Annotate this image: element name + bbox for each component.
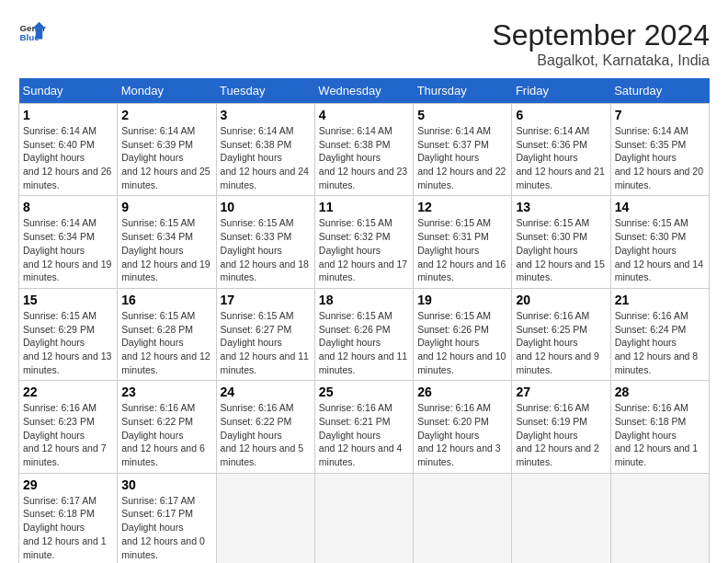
calendar-cell: 5 Sunrise: 6:14 AMSunset: 6:37 PMDayligh… — [414, 104, 512, 196]
day-detail: Sunrise: 6:14 AMSunset: 6:38 PMDaylight … — [319, 125, 407, 190]
day-detail: Sunrise: 6:17 AMSunset: 6:18 PMDaylight … — [23, 495, 107, 560]
calendar-cell: 11 Sunrise: 6:15 AMSunset: 6:32 PMDaylig… — [314, 196, 413, 288]
calendar-cell: 7 Sunrise: 6:14 AMSunset: 6:35 PMDayligh… — [610, 104, 709, 196]
calendar-cell: 8 Sunrise: 6:14 AMSunset: 6:34 PMDayligh… — [19, 196, 118, 288]
day-number: 2 — [121, 108, 211, 122]
day-detail: Sunrise: 6:17 AMSunset: 6:17 PMDaylight … — [121, 495, 205, 560]
day-detail: Sunrise: 6:15 AMSunset: 6:28 PMDaylight … — [121, 310, 210, 375]
day-number: 3 — [221, 108, 311, 122]
day-detail: Sunrise: 6:15 AMSunset: 6:29 PMDaylight … — [23, 310, 111, 375]
day-number: 1 — [23, 108, 113, 122]
logo: General Blue — [18, 18, 46, 46]
day-number: 6 — [516, 108, 606, 122]
calendar-cell: 14 Sunrise: 6:15 AMSunset: 6:30 PMDaylig… — [610, 196, 709, 288]
calendar-cell: 27 Sunrise: 6:16 AMSunset: 6:19 PMDaylig… — [512, 381, 610, 473]
calendar-cell: 12 Sunrise: 6:15 AMSunset: 6:31 PMDaylig… — [414, 196, 512, 288]
calendar-cell: 30 Sunrise: 6:17 AMSunset: 6:17 PMDaylig… — [118, 473, 216, 563]
calendar-cell: 10 Sunrise: 6:15 AMSunset: 6:33 PMDaylig… — [216, 196, 314, 288]
calendar-cell: 26 Sunrise: 6:16 AMSunset: 6:20 PMDaylig… — [414, 381, 512, 473]
location-title: Bagalkot, Karnataka, India — [492, 52, 710, 69]
day-detail: Sunrise: 6:14 AMSunset: 6:40 PMDaylight … — [23, 125, 111, 190]
weekday-wednesday: Wednesday — [314, 78, 413, 104]
day-detail: Sunrise: 6:16 AMSunset: 6:20 PMDaylight … — [417, 402, 501, 467]
day-number: 9 — [121, 200, 211, 214]
calendar-body: 1 Sunrise: 6:14 AMSunset: 6:40 PMDayligh… — [19, 104, 710, 564]
calendar-cell: 3 Sunrise: 6:14 AMSunset: 6:38 PMDayligh… — [216, 104, 314, 196]
calendar-week-3: 15 Sunrise: 6:15 AMSunset: 6:29 PMDaylig… — [19, 288, 710, 380]
day-detail: Sunrise: 6:14 AMSunset: 6:35 PMDaylight … — [615, 125, 703, 190]
calendar-cell: 21 Sunrise: 6:16 AMSunset: 6:24 PMDaylig… — [610, 288, 709, 380]
calendar-cell: 16 Sunrise: 6:15 AMSunset: 6:28 PMDaylig… — [118, 288, 216, 380]
calendar-cell: 19 Sunrise: 6:15 AMSunset: 6:26 PMDaylig… — [414, 288, 512, 380]
calendar-cell: 24 Sunrise: 6:16 AMSunset: 6:22 PMDaylig… — [216, 381, 314, 473]
day-number: 4 — [319, 108, 409, 122]
day-number: 29 — [23, 477, 113, 492]
day-detail: Sunrise: 6:16 AMSunset: 6:22 PMDaylight … — [221, 402, 304, 467]
day-number: 11 — [319, 200, 409, 214]
day-detail: Sunrise: 6:14 AMSunset: 6:36 PMDaylight … — [516, 125, 604, 190]
calendar-cell: 18 Sunrise: 6:15 AMSunset: 6:26 PMDaylig… — [314, 288, 413, 380]
day-detail: Sunrise: 6:14 AMSunset: 6:38 PMDaylight … — [221, 125, 309, 190]
weekday-sunday: Sunday — [19, 78, 118, 104]
day-number: 8 — [23, 200, 113, 214]
calendar-cell: 2 Sunrise: 6:14 AMSunset: 6:39 PMDayligh… — [118, 104, 216, 196]
day-detail: Sunrise: 6:15 AMSunset: 6:27 PMDaylight … — [221, 310, 309, 375]
day-number: 20 — [516, 293, 606, 307]
calendar-cell: 15 Sunrise: 6:15 AMSunset: 6:29 PMDaylig… — [19, 288, 118, 380]
day-number: 15 — [23, 293, 113, 307]
day-number: 30 — [121, 477, 211, 492]
calendar-cell: 22 Sunrise: 6:16 AMSunset: 6:23 PMDaylig… — [19, 381, 118, 473]
calendar-cell: 9 Sunrise: 6:15 AMSunset: 6:34 PMDayligh… — [118, 196, 216, 288]
calendar-table: SundayMondayTuesdayWednesdayThursdayFrid… — [18, 78, 710, 563]
calendar-week-5: 29 Sunrise: 6:17 AMSunset: 6:18 PMDaylig… — [19, 473, 710, 563]
calendar-cell: 1 Sunrise: 6:14 AMSunset: 6:40 PMDayligh… — [19, 104, 118, 196]
calendar-week-1: 1 Sunrise: 6:14 AMSunset: 6:40 PMDayligh… — [19, 104, 710, 196]
weekday-monday: Monday — [118, 78, 216, 104]
day-number: 16 — [121, 293, 211, 307]
calendar-cell: 6 Sunrise: 6:14 AMSunset: 6:36 PMDayligh… — [512, 104, 610, 196]
calendar-cell — [512, 473, 610, 563]
day-detail: Sunrise: 6:16 AMSunset: 6:19 PMDaylight … — [516, 402, 599, 467]
day-number: 18 — [319, 293, 409, 307]
day-detail: Sunrise: 6:14 AMSunset: 6:37 PMDaylight … — [417, 125, 506, 190]
day-detail: Sunrise: 6:15 AMSunset: 6:32 PMDaylight … — [319, 217, 407, 282]
day-detail: Sunrise: 6:16 AMSunset: 6:25 PMDaylight … — [516, 310, 599, 375]
day-number: 25 — [319, 385, 409, 399]
calendar-cell — [610, 473, 709, 563]
day-number: 19 — [417, 293, 507, 307]
day-detail: Sunrise: 6:15 AMSunset: 6:30 PMDaylight … — [516, 217, 604, 282]
calendar-cell — [216, 473, 314, 563]
day-detail: Sunrise: 6:15 AMSunset: 6:26 PMDaylight … — [417, 310, 506, 375]
month-title: September 2024 — [492, 18, 710, 52]
day-number: 21 — [615, 293, 705, 307]
day-number: 5 — [417, 108, 507, 122]
weekday-friday: Friday — [512, 78, 610, 104]
header: General Blue September 2024 Bagalkot, Ka… — [18, 18, 710, 69]
day-detail: Sunrise: 6:14 AMSunset: 6:39 PMDaylight … — [121, 125, 210, 190]
day-number: 24 — [221, 385, 311, 399]
day-detail: Sunrise: 6:16 AMSunset: 6:23 PMDaylight … — [23, 402, 107, 467]
title-area: September 2024 Bagalkot, Karnataka, Indi… — [492, 18, 710, 69]
day-number: 26 — [417, 385, 507, 399]
day-detail: Sunrise: 6:16 AMSunset: 6:24 PMDaylight … — [615, 310, 699, 375]
calendar-cell — [414, 473, 512, 563]
day-detail: Sunrise: 6:15 AMSunset: 6:31 PMDaylight … — [417, 217, 506, 282]
weekday-tuesday: Tuesday — [216, 78, 314, 104]
day-number: 13 — [516, 200, 606, 214]
weekday-thursday: Thursday — [414, 78, 512, 104]
calendar-cell: 23 Sunrise: 6:16 AMSunset: 6:22 PMDaylig… — [118, 381, 216, 473]
day-detail: Sunrise: 6:15 AMSunset: 6:26 PMDaylight … — [319, 310, 407, 375]
calendar-cell: 17 Sunrise: 6:15 AMSunset: 6:27 PMDaylig… — [216, 288, 314, 380]
calendar-week-2: 8 Sunrise: 6:14 AMSunset: 6:34 PMDayligh… — [19, 196, 710, 288]
day-detail: Sunrise: 6:15 AMSunset: 6:34 PMDaylight … — [121, 217, 210, 282]
day-number: 14 — [615, 200, 705, 214]
calendar-cell: 4 Sunrise: 6:14 AMSunset: 6:38 PMDayligh… — [314, 104, 413, 196]
day-detail: Sunrise: 6:16 AMSunset: 6:22 PMDaylight … — [121, 402, 205, 467]
day-detail: Sunrise: 6:14 AMSunset: 6:34 PMDaylight … — [23, 217, 111, 282]
day-number: 28 — [615, 385, 705, 399]
weekday-saturday: Saturday — [610, 78, 709, 104]
day-number: 12 — [417, 200, 507, 214]
calendar-cell: 25 Sunrise: 6:16 AMSunset: 6:21 PMDaylig… — [314, 381, 413, 473]
day-number: 22 — [23, 385, 113, 399]
weekday-header: SundayMondayTuesdayWednesdayThursdayFrid… — [19, 78, 710, 104]
